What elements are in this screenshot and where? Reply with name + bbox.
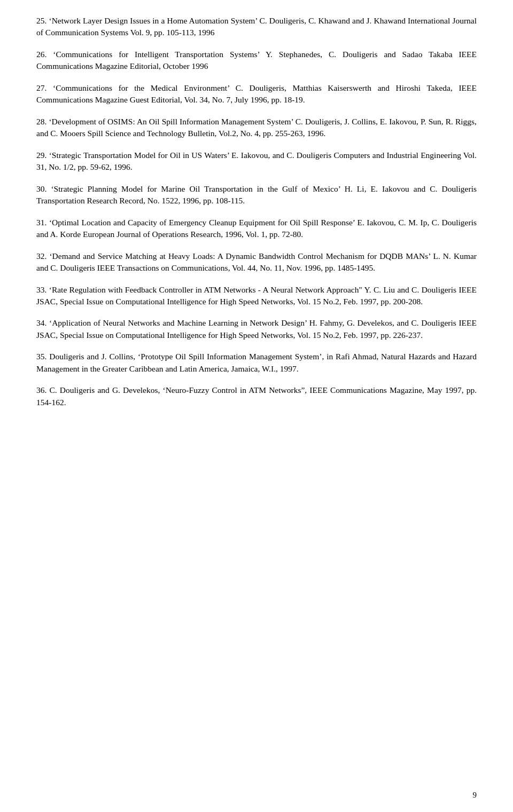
entry-text-29: ‘Strategic Transportation Model for Oil …	[36, 151, 477, 171]
entry-29: 29. ‘Strategic Transportation Model for …	[36, 149, 477, 174]
entry-25: 25. ‘Network Layer Design Issues in a Ho…	[36, 15, 477, 39]
entry-number-36: 36.	[36, 385, 46, 395]
page: 25. ‘Network Layer Design Issues in a Ho…	[0, 0, 513, 812]
entry-number-26: 26.	[36, 50, 46, 59]
entry-27: 27. ‘Communications for the Medical Envi…	[36, 82, 477, 106]
entry-number-35: 35.	[36, 352, 46, 361]
entry-35: 35. Douligeris and J. Collins, ‘Prototyp…	[36, 351, 477, 375]
entry-text-35: Douligeris and J. Collins, ‘Prototype Oi…	[36, 352, 477, 373]
entry-31: 31. ‘Optimal Location and Capacity of Em…	[36, 217, 477, 241]
entry-number-27: 27.	[36, 83, 46, 92]
entry-number-28: 28.	[36, 117, 46, 126]
entry-text-30: ‘Strategic Planning Model for Marine Oil…	[36, 184, 477, 205]
entry-33: 33. ‘Rate Regulation with Feedback Contr…	[36, 284, 477, 308]
entry-text-34: ‘Application of Neural Networks and Mach…	[36, 318, 477, 339]
entry-text-25: ‘Network Layer Design Issues in a Home A…	[36, 16, 477, 37]
page-number: 9	[473, 790, 477, 801]
entry-number-33: 33.	[36, 285, 46, 294]
entry-text-26: ‘Communications for Intelligent Transpor…	[36, 50, 477, 70]
entry-text-27: ‘Communications for the Medical Environm…	[36, 83, 477, 104]
entry-number-30: 30.	[36, 184, 46, 193]
entry-text-33: ‘Rate Regulation with Feedback Controlle…	[36, 285, 477, 306]
entry-36: 36. C. Douligeris and G. Develekos, ‘Neu…	[36, 384, 477, 408]
entry-26: 26. ‘Communications for Intelligent Tran…	[36, 49, 477, 73]
entry-text-32: ‘Demand and Service Matching at Heavy Lo…	[36, 251, 477, 272]
entry-28: 28. ‘Development of OSIMS: An Oil Spill …	[36, 116, 477, 140]
entry-number-34: 34.	[36, 318, 46, 327]
entry-text-36: C. Douligeris and G. Develekos, ‘Neuro-F…	[36, 385, 477, 406]
entry-number-25: 25.	[36, 16, 46, 25]
entry-number-29: 29.	[36, 151, 46, 160]
entry-number-31: 31.	[36, 218, 46, 227]
entry-34: 34. ‘Application of Neural Networks and …	[36, 317, 477, 341]
entry-number-32: 32.	[36, 251, 46, 261]
entry-text-28: ‘Development of OSIMS: An Oil Spill Info…	[36, 117, 477, 138]
entry-32: 32. ‘Demand and Service Matching at Heav…	[36, 250, 477, 274]
entry-30: 30. ‘Strategic Planning Model for Marine…	[36, 183, 477, 207]
entry-text-31: ‘Optimal Location and Capacity of Emerge…	[36, 218, 477, 239]
